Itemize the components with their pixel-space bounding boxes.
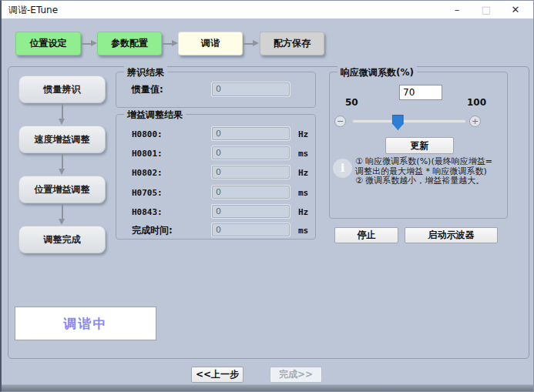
step-parameter-config[interactable]: 参数配置 [97,32,162,55]
close-icon[interactable]: ✕ [501,1,530,18]
status-text: 调谐中 [64,315,108,333]
stop-button[interactable]: 停止 [334,227,398,243]
gain-row-unit: Hz [298,207,308,217]
gain-row-field: 0 [212,205,290,218]
update-button[interactable]: 更新 [385,137,454,154]
gain-row-field: 0 [212,166,290,179]
minimize-icon[interactable]: – [442,1,472,18]
gain-row-label: H0801: [132,149,163,159]
inertia-label: 惯量值: [132,83,163,96]
etune-window: 调谐-ETune – □ ✕ 位置设定 参数配置 调谐 配方保存 惯量辨识 速度… [0,0,534,392]
gain-row-label: H0800: [132,129,163,139]
right-arrow-icon [163,40,178,47]
window-controls: – □ ✕ [442,1,530,18]
gain-row-unit: ms [298,149,308,159]
right-arrow-icon [243,40,259,47]
finish-button[interactable]: 完成>> [270,367,322,383]
identify-result-group: 辨识结果 惯量值: 0 [116,72,316,108]
nav-inertia-identify[interactable]: 惯量辨识 [18,75,106,103]
gain-group-title: 增益调整结果 [124,109,186,122]
minus-icon[interactable]: − [334,116,346,127]
nav-adjust-complete[interactable]: 调整完成 [18,226,106,253]
note-line: ① 响应微调系数(%)(最终响应增益= [355,157,505,167]
window-bottom-edge [2,384,533,391]
slider-track[interactable] [352,119,466,123]
down-arrow-icon [59,204,65,225]
plus-icon[interactable]: + [469,116,481,127]
nav-speed-gain-adjust[interactable]: 速度增益调整 [18,126,106,153]
step-recipe-save[interactable]: 配方保存 [260,32,324,55]
gain-row-field: 0 [212,146,290,159]
finish-time-label: 完成时间: [132,224,173,237]
slider-thumb[interactable] [392,115,404,130]
response-tune-group: 响应微调系数(%) 50 100 − + 更新 i ① 响应微调系数(%)(最终… [329,72,508,219]
down-arrow-icon [59,154,65,175]
gain-row-unit: ms [298,226,308,236]
gain-row-unit: Hz [298,129,308,139]
note-line: ② 微调系数越小，增益裕量越大。 [355,176,505,186]
nav-position-gain-adjust[interactable]: 位置增益调整 [18,176,106,203]
window-title: 调谐-ETune [8,4,58,17]
gain-row-unit: Hz [298,168,308,178]
titlebar: 调谐-ETune – □ ✕ [2,1,533,18]
slider-min-label: 50 [345,97,358,108]
gain-row-field: 0 [212,223,290,236]
start-oscilloscope-button[interactable]: 启动示波器 [405,227,498,243]
right-arrow-icon [82,40,97,47]
gain-row-field: 0 [212,186,290,199]
gain-row-label: H0843: [132,207,163,217]
inertia-value-field: 0 [212,82,290,96]
gain-row-unit: ms [298,188,308,198]
status-box: 调谐中 [15,307,156,340]
step-position-setting[interactable]: 位置设定 [15,32,81,55]
identify-group-title: 辨识结果 [124,66,167,79]
slider-max-label: 100 [467,97,486,108]
tune-notes: ① 响应微调系数(%)(最终响应增益= 调整出的最大增益 * 响应微调系数) ②… [355,157,505,186]
tune-group-title: 响应微调系数(%) [338,66,417,79]
step-tuning[interactable]: 调谐 [178,32,243,55]
gain-result-group: 增益调整结果 H0800: 0 Hz H0801: 0 ms H0802: 0 … [116,114,316,240]
down-arrow-icon [59,104,65,125]
gain-row-label: H0802: [132,168,163,178]
tune-value-input[interactable] [399,85,442,100]
maximize-icon[interactable]: □ [472,1,501,18]
back-button[interactable]: <<上一步 [191,367,243,383]
gain-row-field: 0 [212,127,290,140]
gain-row-label: H0705: [132,188,163,198]
info-icon: i [333,159,352,178]
